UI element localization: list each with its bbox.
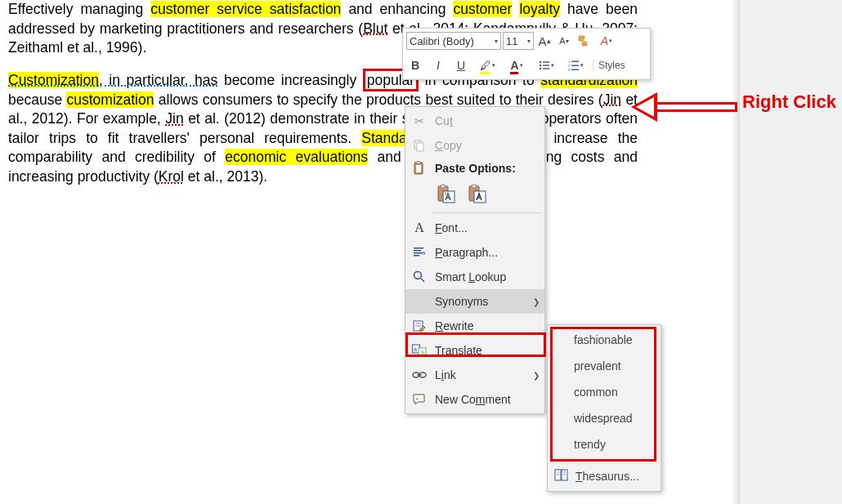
bullets-button[interactable]: ▾ [534,56,558,74]
svg-point-27 [414,272,422,279]
svg-point-0 [539,61,540,63]
svg-rect-1 [543,61,549,62]
font-family-select[interactable]: Calibri (Body) ▾ [406,32,501,50]
menu-smart-lookup[interactable]: Smart Lookup [405,265,544,289]
text: Effectively managing [8,1,150,17]
menu-cut[interactable]: ✂ Cut [405,109,544,133]
menu-link[interactable]: Link ❯ [405,363,544,387]
svg-rect-11 [571,69,579,70]
mini-toolbar-row-2: B I U 🖊▾ A▾ ▾ 123▾ Styles [403,53,650,78]
scrollbar-gutter [740,0,842,504]
menu-translate[interactable]: aあ Translate [405,338,544,363]
paragraph-icon [410,243,428,261]
search-icon [410,268,428,286]
paste-keep-source-button[interactable] [435,182,458,205]
menu-copy[interactable]: Copy [405,133,544,158]
font-color-button[interactable]: A▾ [504,56,529,74]
menu-separator [432,212,541,213]
synonyms-label: Synonyms [435,295,526,308]
svg-rect-13 [417,143,423,151]
styles-button[interactable]: Styles [593,60,625,71]
spellcheck-word: Jin [603,91,621,108]
grow-font-button[interactable]: A▴ [535,32,553,50]
svg-rect-16 [416,165,421,172]
font-letter-icon: A [410,219,428,237]
svg-text:a: a [414,346,417,352]
cut-icon: ✂ [410,112,428,130]
svg-line-28 [421,279,424,282]
format-painter-button[interactable] [575,32,593,50]
clipboard-icon [410,159,428,177]
translate-icon: aあ [410,341,428,359]
blank-icon [410,292,428,310]
menu-new-comment[interactable]: ★ New Comment [405,387,544,412]
spellcheck-word: Krol [159,168,184,185]
text: and enhancing [341,1,453,17]
menu-rewrite[interactable]: Rewrite [405,314,544,338]
annotation-arrow [631,93,737,121]
underline-button[interactable]: U [452,56,470,74]
synonym-option-fashionable[interactable]: fashionable [548,327,661,353]
text: et al., 2013). [184,168,267,185]
comment-icon: ★ [410,390,428,408]
mini-toolbar-row-1: Calibri (Body) ▾ 11 ▾ A▴ A▾ A▾ [403,29,650,53]
font-family-value: Calibri (Body) [410,35,474,47]
copy-icon [410,136,428,154]
menu-paragraph[interactable]: Paragraph... [405,240,544,265]
svg-point-2 [539,65,540,66]
highlight-text: economic evaluations [225,149,368,165]
highlight-text: customer [453,1,512,17]
highlight-text: customer service satisfaction [150,1,341,17]
menu-font[interactable]: A Font... [405,216,544,240]
highlight-text: loyalty [519,1,560,17]
italic-button[interactable]: I [429,56,447,74]
page-right-edge [732,0,740,504]
spellcheck-word: Blut [363,20,387,37]
svg-rect-9 [571,65,579,66]
chevron-down-icon: ▾ [527,38,531,45]
svg-rect-26 [414,255,419,256]
chevron-right-icon: ❯ [533,371,540,380]
text: become increasingly [217,72,363,88]
svg-text:3: 3 [568,68,571,71]
paste-text-only-button[interactable] [466,182,489,205]
synonym-option-prevalent[interactable]: prevalent [548,353,661,379]
menu-separator [551,460,657,461]
annotation-right-click-label: Right Click [742,91,836,113]
font-size-select[interactable]: 11 ▾ [503,32,534,50]
bold-button[interactable]: B [406,56,424,74]
svg-text:あ: あ [420,350,426,356]
chevron-down-icon: ▾ [495,38,498,45]
svg-rect-18 [441,185,446,188]
svg-rect-23 [414,248,423,249]
svg-rect-24 [414,250,421,252]
thesaurus-icon [554,469,569,484]
svg-point-4 [539,68,540,69]
context-menu: ✂ Cut Copy Paste Options: A Font... [405,106,545,414]
menu-paste-options: Paste Options: [405,158,544,210]
synonyms-submenu: fashionable prevalent common widespread … [547,324,661,492]
menu-thesaurus[interactable]: Thesaurus... [548,463,661,489]
chevron-right-icon: ❯ [533,297,540,306]
svg-rect-15 [417,162,420,164]
numbering-button[interactable]: 123▾ [563,56,588,74]
menu-synonyms[interactable]: Synonyms ❯ [405,289,544,314]
highlight-color-button[interactable]: 🖊▾ [475,56,499,74]
svg-rect-25 [414,252,423,254]
svg-rect-7 [571,61,579,62]
clear-formatting-button[interactable]: A▾ [594,32,619,50]
text: because [8,91,66,108]
text: , in particular, has [99,72,217,88]
text: allows consumers to specify the products… [154,91,602,108]
svg-rect-21 [473,185,477,188]
synonym-option-widespread[interactable]: widespread [548,405,661,431]
synonym-option-common[interactable]: common [548,379,661,405]
highlight-text: customization [66,91,154,108]
paste-options-label: Paste Options: [435,162,540,175]
rewrite-icon [410,317,428,335]
shrink-font-button[interactable]: A▾ [555,32,573,50]
font-size-value: 11 [506,35,517,47]
synonym-option-trendy[interactable]: trendy [548,431,661,457]
highlight-text: Customization [8,72,99,88]
svg-rect-3 [543,65,549,65]
